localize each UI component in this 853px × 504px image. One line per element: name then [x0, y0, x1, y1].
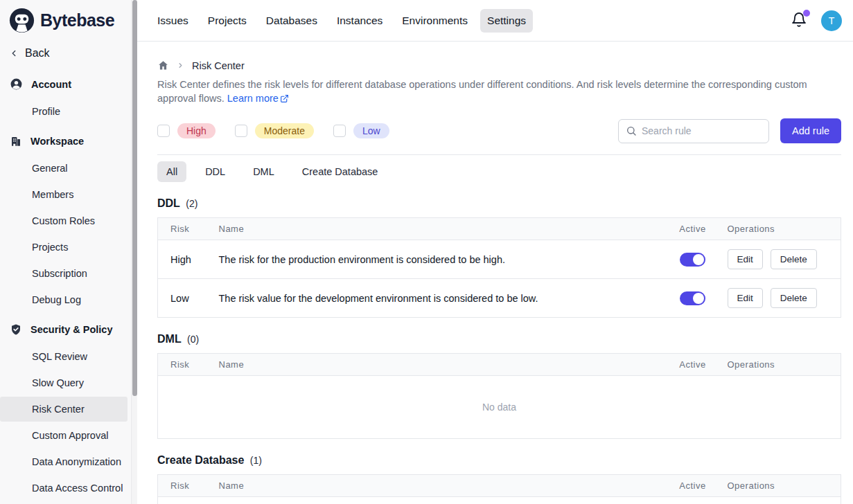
name-cell: The risk value for the development envir… — [219, 279, 658, 318]
sidebar-item-custom-approval[interactable]: Custom Approval — [0, 423, 127, 448]
filter-high[interactable]: High — [157, 123, 216, 138]
sidebar-item-general[interactable]: General — [0, 156, 127, 181]
brand-name: Bytebase — [40, 10, 114, 30]
main-area: Issues Projects Databases Instances Envi… — [137, 0, 853, 504]
edit-button[interactable]: Edit — [728, 249, 763, 269]
user-circle-icon — [10, 78, 23, 91]
sidebar-item-sql-review[interactable]: SQL Review — [0, 344, 127, 369]
section-title: Create Database — [157, 454, 244, 466]
brand-logo[interactable]: Bytebase — [0, 0, 127, 40]
add-rule-button[interactable]: Add rule — [780, 118, 841, 143]
top-navigation-bar: Issues Projects Databases Instances Envi… — [137, 0, 853, 42]
column-header-risk: Risk — [158, 354, 219, 376]
section-title: DML — [157, 333, 182, 345]
breadcrumb-current: Risk Center — [192, 60, 245, 71]
dml-rules-table: Risk Name Active Operations No data — [157, 353, 841, 439]
sidebar-scrollbar[interactable] — [131, 0, 137, 504]
moderate-risk-badge: Moderate — [255, 123, 314, 138]
nav-item-environments[interactable]: Environments — [395, 9, 475, 33]
delete-button[interactable]: Delete — [771, 288, 817, 308]
column-header-operations: Operations — [728, 475, 841, 497]
low-risk-badge: Low — [353, 123, 389, 138]
sidebar-item-projects[interactable]: Projects — [0, 235, 127, 260]
table-row: High The risk for the production environ… — [158, 240, 841, 279]
filter-low[interactable]: Low — [333, 123, 389, 138]
settings-sidebar: Bytebase Back Account Profile — [0, 0, 137, 504]
search-rule-box[interactable] — [618, 119, 769, 143]
edit-button[interactable]: Edit — [728, 288, 763, 308]
rule-type-tabs: All DDL DML Create Database — [157, 161, 841, 182]
nav-item-settings[interactable]: Settings — [480, 9, 533, 33]
page-description: Risk Center defines the risk levels for … — [157, 78, 840, 105]
sidebar-group-label: Account — [31, 79, 71, 90]
section-heading: DML (0) — [157, 333, 841, 345]
tab-ddl[interactable]: DDL — [196, 161, 234, 182]
high-risk-badge: High — [177, 123, 216, 138]
sidebar-item-custom-roles[interactable]: Custom Roles — [0, 208, 127, 233]
nav-item-instances[interactable]: Instances — [330, 9, 389, 33]
column-header-name: Name — [219, 475, 658, 497]
tab-all[interactable]: All — [157, 161, 186, 182]
sidebar-item-data-anonymization[interactable]: Data Anonymization — [0, 449, 127, 474]
search-icon — [626, 125, 637, 136]
section-count: (0) — [187, 334, 199, 345]
section-heading: Create Database (1) — [157, 454, 841, 467]
risk-cell: Low — [158, 279, 219, 318]
divider — [157, 154, 841, 155]
create-database-rules-table: Risk Name Active Operations Moderate Cre… — [157, 474, 841, 504]
home-icon[interactable] — [157, 60, 169, 71]
column-header-active: Active — [658, 475, 728, 497]
sidebar-item-slow-query[interactable]: Slow Query — [0, 370, 127, 395]
learn-more-link[interactable]: Learn more — [227, 91, 289, 105]
search-rule-input[interactable] — [642, 125, 762, 136]
sidebar-item-members[interactable]: Members — [0, 182, 127, 207]
ddl-rules-table: Risk Name Active Operations High The ris… — [157, 217, 841, 318]
delete-button[interactable]: Delete — [771, 249, 817, 269]
sidebar-item-debug-log[interactable]: Debug Log — [0, 287, 127, 312]
sidebar-item-risk-center[interactable]: Risk Center — [0, 397, 127, 422]
risk-cell: Moderate — [158, 497, 219, 504]
moderate-checkbox[interactable] — [235, 125, 247, 137]
sidebar-scrollbar-thumb[interactable] — [132, 0, 137, 396]
filter-moderate[interactable]: Moderate — [235, 123, 314, 138]
empty-row: No data — [158, 376, 841, 439]
section-count: (2) — [186, 198, 197, 209]
sidebar-group-label: Workspace — [30, 136, 84, 147]
nav-item-databases[interactable]: Databases — [259, 9, 324, 33]
sidebar-group-label: Security & Policy — [30, 324, 112, 335]
sidebar-item-data-access-control[interactable]: Data Access Control — [0, 476, 127, 501]
nav-item-projects[interactable]: Projects — [201, 9, 254, 33]
column-header-name: Name — [219, 218, 658, 240]
high-checkbox[interactable] — [157, 125, 170, 137]
toggle-knob — [693, 254, 704, 265]
notification-dot — [803, 10, 810, 17]
building-icon — [10, 135, 22, 147]
risk-center-page: Risk Center Risk Center defines the risk… — [137, 42, 853, 504]
table-row: Low The risk value for the development e… — [158, 279, 841, 318]
sidebar-item-profile[interactable]: Profile — [0, 99, 127, 124]
sidebar-group-workspace: Workspace — [0, 128, 127, 154]
notification-bell-button[interactable] — [791, 12, 809, 30]
column-header-risk: Risk — [158, 218, 219, 240]
name-cell: Creating a database in the production en… — [219, 497, 658, 504]
tab-create-database[interactable]: Create Database — [293, 161, 387, 182]
bytebase-logo-icon — [9, 8, 35, 33]
column-header-active: Active — [658, 218, 728, 240]
sidebar-item-subscription[interactable]: Subscription — [0, 261, 127, 286]
tab-dml[interactable]: DML — [244, 161, 283, 182]
top-nav: Issues Projects Databases Instances Envi… — [150, 9, 533, 33]
low-checkbox[interactable] — [333, 125, 346, 137]
sidebar-group-account: Account — [0, 71, 127, 98]
column-header-operations: Operations — [728, 354, 841, 376]
section-heading: DDL (2) — [157, 197, 841, 210]
user-avatar[interactable]: T — [821, 10, 842, 31]
section-create-database: Create Database (1) Risk Name Active Ope… — [157, 454, 841, 504]
risk-cell: High — [158, 240, 219, 279]
toggle-knob — [693, 293, 704, 304]
nav-item-issues[interactable]: Issues — [150, 9, 195, 33]
back-button[interactable]: Back — [0, 40, 127, 66]
breadcrumb: Risk Center — [157, 60, 841, 71]
active-toggle[interactable] — [680, 253, 705, 267]
active-toggle[interactable] — [680, 291, 705, 305]
chevron-left-icon — [9, 48, 19, 58]
